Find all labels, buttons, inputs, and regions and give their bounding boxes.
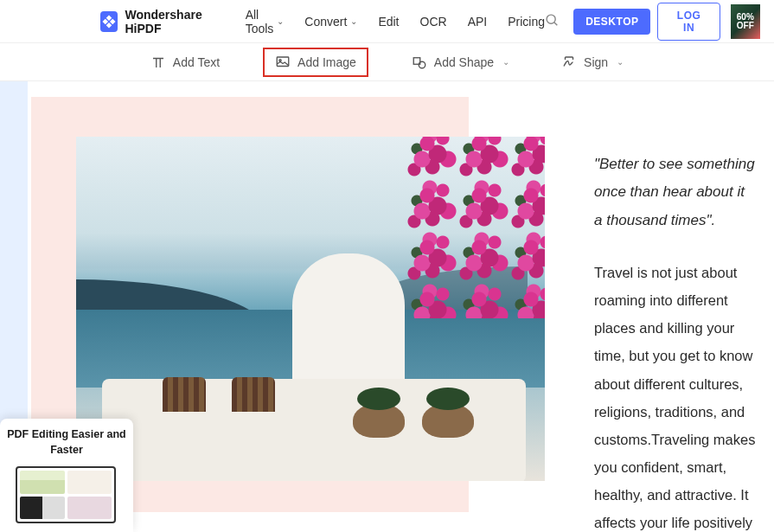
document-paragraph[interactable]: Travel is not just about roaming into di…: [594, 259, 757, 532]
chevron-down-icon: ⌄: [277, 16, 284, 26]
text-icon: [150, 54, 166, 70]
nav-convert[interactable]: Convert⌄: [304, 15, 357, 29]
add-image-tool[interactable]: Add Image: [263, 48, 368, 77]
nav-api[interactable]: API: [468, 15, 488, 29]
promo-badge[interactable]: 60% OFF: [731, 4, 760, 39]
sign-icon: [561, 54, 577, 70]
add-text-tool[interactable]: Add Text: [142, 49, 228, 75]
document-text-column: "Better to see something once than hear …: [584, 81, 774, 532]
promo-title: PDF Editing Easier and Faster: [7, 427, 126, 458]
promo-illustration: [7, 465, 126, 532]
nav-pricing[interactable]: Pricing: [508, 15, 545, 29]
main-header: Wondershare HiPDF All Tools⌄ Convert⌄ Ed…: [0, 0, 774, 43]
shape-icon: [412, 54, 427, 70]
chevron-down-icon: ⌄: [502, 57, 509, 67]
svg-point-0: [547, 15, 555, 23]
inserted-image[interactable]: [76, 137, 545, 481]
brand-name: Wondershare HiPDF: [125, 8, 224, 35]
svg-point-5: [419, 61, 425, 68]
logo-icon: [100, 11, 118, 32]
login-button[interactable]: LOG IN: [657, 3, 720, 41]
brand-logo[interactable]: Wondershare HiPDF: [100, 8, 225, 35]
promo-popup[interactable]: PDF Editing Easier and Faster: [0, 419, 133, 532]
image-icon: [275, 54, 291, 70]
sign-tool[interactable]: Sign ⌄: [553, 49, 632, 75]
chevron-down-icon: ⌄: [617, 57, 624, 67]
svg-line-1: [554, 22, 558, 25]
chevron-down-icon: ⌄: [350, 16, 357, 26]
nav-edit[interactable]: Edit: [378, 15, 399, 29]
edit-toolbar: Add Text Add Image Add Shape ⌄ Sign ⌄: [0, 43, 774, 81]
document-quote[interactable]: "Better to see something once than hear …: [594, 151, 757, 234]
search-icon[interactable]: [545, 13, 560, 30]
main-nav: All Tools⌄ Convert⌄ Edit OCR API Pricing: [246, 8, 545, 35]
desktop-button[interactable]: DESKTOP: [573, 9, 650, 35]
add-shape-tool[interactable]: Add Shape ⌄: [403, 49, 518, 75]
promo-off: OFF: [737, 22, 754, 30]
nav-ocr[interactable]: OCR: [420, 15, 447, 29]
promo-pct: 60%: [737, 13, 754, 22]
nav-all-tools[interactable]: All Tools⌄: [246, 8, 285, 35]
